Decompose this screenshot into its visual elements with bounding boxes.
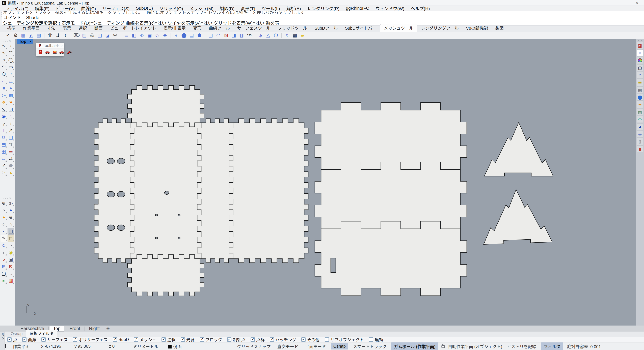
- clipping-box-icon[interactable]: ⊞: [0, 263, 7, 270]
- add-viewport-icon[interactable]: ✚: [106, 326, 110, 331]
- box-side-back-panel[interactable]: [229, 119, 308, 263]
- ribbon-tab[interactable]: レンダリングツール: [417, 24, 462, 32]
- fullscreen-display-icon[interactable]: ▢: [0, 270, 7, 277]
- auto-cplane-toggle[interactable]: 自動作業平面 (オブジェクト): [448, 343, 502, 349]
- menu-item-9[interactable]: 変形(T): [238, 5, 258, 11]
- mono-display-icon[interactable]: ◐: [0, 249, 7, 256]
- ribbon-tab[interactable]: 標準: [3, 24, 19, 32]
- mesh-patch-icon[interactable]: ▨: [81, 32, 88, 38]
- arctic-mode-icon[interactable]: ⌂: [8, 221, 14, 228]
- selection-filter-side-tab[interactable]: 選択フィルタ: [0, 332, 5, 350]
- interp-curve-icon[interactable]: ⌒: [8, 50, 14, 56]
- extrude-icon[interactable]: ⇈: [8, 141, 14, 148]
- properties-panel-icon[interactable]: ☰: [636, 79, 643, 86]
- ribbon-tab[interactable]: 選択: [75, 24, 90, 32]
- ribbon-tab[interactable]: ビューポートレイアウト: [106, 24, 160, 32]
- mesh-count-icon[interactable]: 123: [246, 32, 253, 38]
- pyramid-icon[interactable]: ▲: [8, 169, 14, 176]
- polygon-icon[interactable]: ⬡: [0, 71, 7, 77]
- car-side-view-alt-icon[interactable]: [59, 50, 65, 55]
- text-object-icon[interactable]: T: [0, 127, 7, 134]
- active-layer[interactable]: 側面: [168, 343, 182, 349]
- menu-item-5[interactable]: SubD(U): [133, 6, 156, 11]
- mesh-flip-icon[interactable]: ◬: [265, 32, 272, 38]
- mesh-blob-icon[interactable]: ●: [173, 32, 180, 38]
- ribbon-tab[interactable]: メッシュツール: [380, 24, 417, 32]
- ribbon-tab[interactable]: 表示: [59, 24, 75, 32]
- menu-item-0[interactable]: ファイル(F): [2, 5, 32, 11]
- menu-item-1[interactable]: 編集(E): [32, 5, 53, 11]
- minimize-button[interactable]: ─: [610, 0, 621, 6]
- mesh-window-icon[interactable]: ▥: [238, 32, 245, 38]
- box-side-front-panel[interactable]: [130, 123, 201, 259]
- torus-icon[interactable]: ◎: [0, 92, 7, 99]
- explode-icon[interactable]: ✶: [8, 99, 14, 106]
- filter-checkbox-制御点[interactable]: ✓制御点: [227, 337, 246, 343]
- control-point-curve-icon[interactable]: ∿: [0, 50, 7, 56]
- filter-checkbox-サブオブジェクト[interactable]: サブオブジェクト: [325, 337, 364, 343]
- close-button[interactable]: ✕: [632, 0, 642, 6]
- gumball-toggle[interactable]: ガムボール (作業平面): [391, 343, 438, 350]
- ribbon-tab[interactable]: 製図: [492, 24, 507, 32]
- surface-points-icon[interactable]: ▱: [0, 78, 7, 84]
- artistic-mode-icon[interactable]: ◖: [0, 228, 7, 235]
- point-cloud-mode-icon[interactable]: ◌: [0, 221, 7, 228]
- apply-check-icon[interactable]: ✓: [4, 32, 12, 38]
- move-icon[interactable]: ➚: [8, 127, 14, 134]
- menu-item-4[interactable]: サーフェス(S): [99, 5, 133, 11]
- mesh-to-plane-icon[interactable]: ◪: [104, 32, 111, 38]
- ribbon-tab[interactable]: SubDサイドバー: [341, 24, 380, 32]
- filter-checkbox-点群[interactable]: ✓点群: [250, 337, 265, 343]
- ellipse-icon[interactable]: ◯: [8, 57, 14, 63]
- solid-union-icon[interactable]: ⬒: [0, 141, 7, 148]
- ribbon-tab[interactable]: ソリッドツール: [274, 24, 311, 32]
- uv-ball-icon[interactable]: ▩: [8, 277, 14, 284]
- linear-array-icon[interactable]: ☰: [8, 148, 14, 155]
- menu-item-10[interactable]: ツール(L): [258, 5, 283, 11]
- car-front-view-icon[interactable]: [52, 50, 58, 55]
- worksheet-panel-icon[interactable]: ▦: [636, 86, 643, 93]
- menu-item-14[interactable]: ウィンドウ(W): [372, 5, 408, 11]
- menu-item-6[interactable]: ソリッド(O): [156, 5, 186, 11]
- car-perspective-view-icon[interactable]: [66, 50, 72, 55]
- mesh-box-icon[interactable]: ▦: [20, 32, 27, 38]
- menu-item-12[interactable]: レンダリング(R): [304, 5, 343, 11]
- coord-y[interactable]: y 93.865: [74, 344, 90, 349]
- mesh-polyhedron-icon[interactable]: ⬢: [196, 32, 203, 38]
- help-panel-icon[interactable]: ?: [636, 72, 643, 78]
- mesh-fold-icon[interactable]: ◧: [131, 32, 138, 38]
- filter-checkbox-その他[interactable]: ✓その他: [301, 337, 320, 343]
- pen-mode-icon[interactable]: ✎: [0, 235, 7, 242]
- gear-icon[interactable]: ⚙: [56, 43, 59, 48]
- camera-view-icon[interactable]: ▣: [8, 256, 14, 263]
- gumball-hand-icon[interactable]: ☞: [0, 169, 7, 176]
- filter-checkbox-光源[interactable]: ✓光源: [180, 337, 195, 343]
- units-label[interactable]: ミリメートル: [133, 343, 158, 349]
- mesh-dark-grid-icon[interactable]: ▩: [291, 32, 298, 38]
- filter-checkbox-注釈[interactable]: ✓注釈: [162, 337, 176, 343]
- shelf-panel-3[interactable]: [315, 221, 467, 296]
- filter-checkbox-無効[interactable]: 無効: [369, 337, 383, 343]
- coord-x[interactable]: x -674.196: [41, 344, 61, 349]
- car-top-view-icon[interactable]: [38, 50, 43, 55]
- rendered-sun-mode-icon[interactable]: ●: [0, 214, 7, 221]
- mesh-mirror-icon[interactable]: ◫: [96, 32, 103, 38]
- notes-panel-icon[interactable]: ▯: [636, 138, 643, 145]
- filter-toggle[interactable]: フィルタ: [541, 343, 563, 350]
- ribbon-tab[interactable]: 寸法: [43, 24, 59, 32]
- ribbon-tab[interactable]: 作業平面: [19, 24, 43, 32]
- filter-checkbox-ブロック[interactable]: ✓ブロック: [200, 337, 222, 343]
- mesh-split-scissors-icon[interactable]: ✂: [112, 32, 119, 38]
- mesh-sphere-pair-icon[interactable]: ⬤: [180, 32, 188, 38]
- command-line[interactable]: コマンド: _Shade: [3, 14, 39, 20]
- filter-checkbox-点[interactable]: ✓点: [8, 337, 17, 343]
- blend-curve-icon[interactable]: ≀: [8, 120, 14, 127]
- mesh-corner-icon[interactable]: ◿: [207, 32, 214, 38]
- smarttrack-toggle[interactable]: スマートトラック: [353, 343, 386, 349]
- close-icon[interactable]: ✕: [61, 43, 64, 48]
- mesh-from-surface-icon[interactable]: ◭: [28, 32, 34, 38]
- hidden-objects-icon[interactable]: ◌: [8, 270, 14, 277]
- shelf-panel-2[interactable]: [315, 162, 467, 229]
- check-icon[interactable]: ✓: [0, 162, 7, 169]
- ribbon-tab[interactable]: サーフェスツール: [234, 24, 274, 32]
